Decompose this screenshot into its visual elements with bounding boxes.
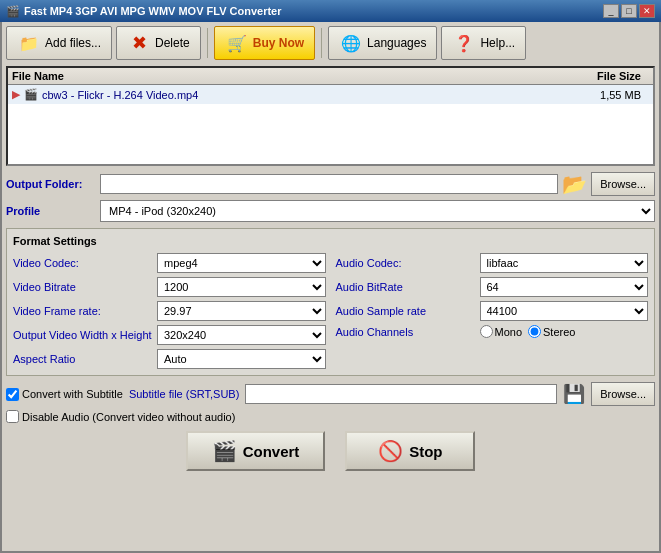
aspect-ratio-row: Aspect Ratio Auto <box>13 349 326 369</box>
video-framerate-row: Video Frame rate: 29.97 <box>13 301 326 321</box>
aspect-ratio-label: Aspect Ratio <box>13 353 153 365</box>
file-list-panel: File Name File Size ▶ 🎬 cbw3 - Flickr - … <box>6 66 655 166</box>
audio-bitrate-label: Audio BitRate <box>336 281 476 293</box>
output-size-row: Output Video Width x Height 320x240 <box>13 325 326 345</box>
help-button[interactable]: ❓ Help... <box>441 26 526 60</box>
video-codec-row: Video Codec: mpeg4 <box>13 253 326 273</box>
stop-button[interactable]: 🚫 Stop <box>345 431 475 471</box>
audio-samplerate-row: Audio Sample rate 44100 <box>336 301 649 321</box>
delete-icon: ✖ <box>127 31 151 55</box>
convert-button[interactable]: 🎬 Convert <box>186 431 326 471</box>
output-browse-button[interactable]: Browse... <box>591 172 655 196</box>
settings-left: Video Codec: mpeg4 Video Bitrate 1200 Vi… <box>13 253 326 369</box>
convert-label: Convert <box>243 443 300 460</box>
audio-bitrate-select[interactable]: 64 <box>480 277 649 297</box>
convert-subtitle-checkbox[interactable] <box>6 388 19 401</box>
stop-icon: 🚫 <box>378 439 403 463</box>
output-size-select[interactable]: 320x240 <box>157 325 326 345</box>
file-list-header: File Name File Size <box>8 68 653 85</box>
profile-select[interactable]: MP4 - iPod (320x240) MP4 - iPhone (320x2… <box>100 200 655 222</box>
video-framerate-label: Video Frame rate: <box>13 305 153 317</box>
toolbar-separator-2 <box>321 28 322 58</box>
audio-codec-row: Audio Codec: libfaac <box>336 253 649 273</box>
subtitle-section: Convert with Subtitle Subtitle file (SRT… <box>6 382 655 406</box>
aspect-ratio-select[interactable]: Auto <box>157 349 326 369</box>
format-settings-panel: Format Settings Video Codec: mpeg4 Video… <box>6 228 655 376</box>
output-folder-input[interactable] <box>100 174 558 194</box>
profile-section: Profile MP4 - iPod (320x240) MP4 - iPhon… <box>6 200 655 222</box>
file-arrow-icon: ▶ <box>12 88 20 101</box>
settings-grid: Video Codec: mpeg4 Video Bitrate 1200 Vi… <box>13 253 648 369</box>
subtitle-browse-button[interactable]: Browse... <box>591 382 655 406</box>
file-movie-icon: 🎬 <box>24 88 38 101</box>
audio-codec-label: Audio Codec: <box>336 257 476 269</box>
languages-button[interactable]: 🌐 Languages <box>328 26 437 60</box>
stereo-radio-label[interactable]: Stereo <box>528 325 575 338</box>
disable-audio-label[interactable]: Disable Audio (Convert video without aud… <box>6 410 655 423</box>
help-icon: ❓ <box>452 31 476 55</box>
toolbar-separator <box>207 28 208 58</box>
output-folder-label: Output Folder: <box>6 178 96 190</box>
video-framerate-select[interactable]: 29.97 <box>157 301 326 321</box>
audio-samplerate-select[interactable]: 44100 <box>480 301 649 321</box>
cart-icon: 🛒 <box>225 31 249 55</box>
minimize-button[interactable]: _ <box>603 4 619 18</box>
convert-icon: 🎬 <box>212 439 237 463</box>
audio-channels-group: Mono Stereo <box>480 325 576 338</box>
title-bar-title: 🎬 Fast MP4 3GP AVI MPG WMV MOV FLV Conve… <box>6 5 282 18</box>
close-button[interactable]: ✕ <box>639 4 655 18</box>
file-list-row[interactable]: ▶ 🎬 cbw3 - Flickr - H.264 Video.mp4 1,55… <box>8 85 653 104</box>
mono-radio[interactable] <box>480 325 493 338</box>
mono-radio-label[interactable]: Mono <box>480 325 523 338</box>
add-files-button[interactable]: 📁 Add files... <box>6 26 112 60</box>
stop-label: Stop <box>409 443 442 460</box>
disable-audio-checkbox[interactable] <box>6 410 19 423</box>
settings-right: Audio Codec: libfaac Audio BitRate 64 Au… <box>336 253 649 369</box>
video-bitrate-select[interactable]: 1200 <box>157 277 326 297</box>
video-bitrate-label: Video Bitrate <box>13 281 153 293</box>
add-files-icon: 📁 <box>17 31 41 55</box>
disable-audio-section: Disable Audio (Convert video without aud… <box>6 410 655 423</box>
video-codec-label: Video Codec: <box>13 257 153 269</box>
audio-channels-row: Audio Channels Mono Stereo <box>336 325 649 338</box>
title-bar: 🎬 Fast MP4 3GP AVI MPG WMV MOV FLV Conve… <box>0 0 661 22</box>
save-icon: 💾 <box>563 383 585 405</box>
subtitle-file-label: Subtitle file (SRT,SUB) <box>129 388 239 400</box>
audio-samplerate-label: Audio Sample rate <box>336 305 476 317</box>
audio-bitrate-row: Audio BitRate 64 <box>336 277 649 297</box>
folder-icon: 📂 <box>562 172 587 196</box>
buy-now-button[interactable]: 🛒 Buy Now <box>214 26 315 60</box>
audio-codec-select[interactable]: libfaac <box>480 253 649 273</box>
maximize-button[interactable]: □ <box>621 4 637 18</box>
video-codec-select[interactable]: mpeg4 <box>157 253 326 273</box>
profile-label: Profile <box>6 205 96 217</box>
stereo-radio[interactable] <box>528 325 541 338</box>
main-window: 📁 Add files... ✖ Delete 🛒 Buy Now 🌐 Lang… <box>0 22 661 553</box>
globe-icon: 🌐 <box>339 31 363 55</box>
toolbar: 📁 Add files... ✖ Delete 🛒 Buy Now 🌐 Lang… <box>6 26 655 60</box>
app-icon: 🎬 <box>6 5 20 18</box>
audio-channels-label: Audio Channels <box>336 326 476 338</box>
video-bitrate-row: Video Bitrate 1200 <box>13 277 326 297</box>
delete-button[interactable]: ✖ Delete <box>116 26 201 60</box>
convert-subtitle-label[interactable]: Convert with Subtitle <box>6 388 123 401</box>
output-folder-section: Output Folder: 📂 Browse... <box>6 172 655 196</box>
subtitle-file-input[interactable] <box>245 384 557 404</box>
format-settings-title: Format Settings <box>13 235 648 247</box>
title-bar-controls[interactable]: _ □ ✕ <box>603 4 655 18</box>
output-size-label: Output Video Width x Height <box>13 329 153 341</box>
action-buttons: 🎬 Convert 🚫 Stop <box>6 431 655 471</box>
